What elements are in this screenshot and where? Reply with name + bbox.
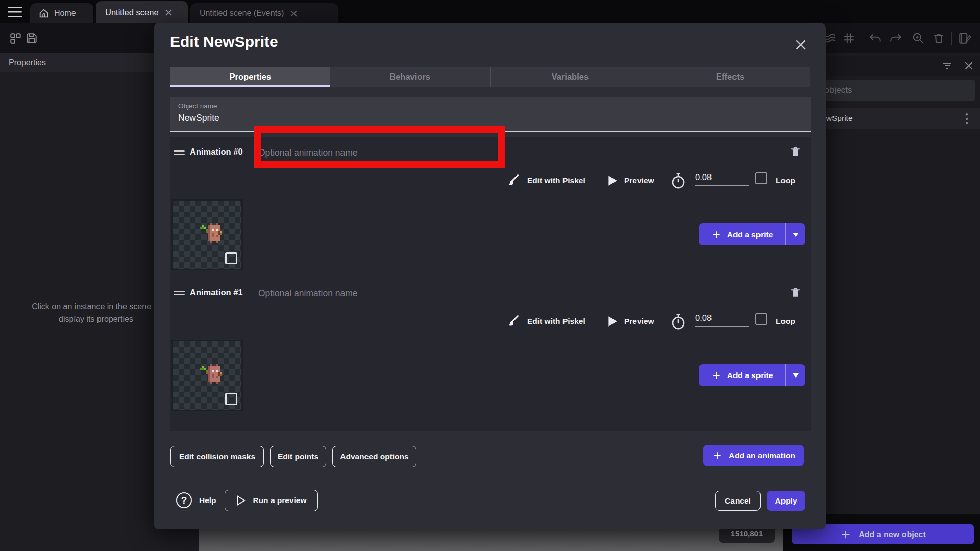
animation-tools-row: Edit with Piskel Preview Loop xyxy=(170,169,811,192)
top-bar: Home Untitled scene Untitled scene (Even… xyxy=(0,0,980,23)
add-sprite-main[interactable]: Add a sprite xyxy=(699,364,785,386)
filter-icon[interactable] xyxy=(942,61,953,71)
time-between-frames-input[interactable] xyxy=(695,313,749,327)
tab-label: Untitled scene (Events) xyxy=(200,9,284,18)
toolbar-separator xyxy=(951,32,952,45)
edit-with-piskel-button[interactable]: Edit with Piskel xyxy=(527,176,585,185)
grid-icon[interactable] xyxy=(842,32,855,45)
help-button[interactable]: Help xyxy=(199,496,216,505)
animation-block-1: Animation #1 Edit with Piskel Preview Lo… xyxy=(170,284,811,425)
panels-icon[interactable] xyxy=(9,32,22,45)
sprite-thumbnail-image xyxy=(200,364,226,388)
add-sprite-button[interactable]: Add a sprite xyxy=(699,364,805,386)
sprite-frame-thumbnail[interactable] xyxy=(172,199,243,270)
preview-button[interactable]: Preview xyxy=(624,176,654,185)
drag-handle-icon[interactable] xyxy=(174,291,185,296)
delete-animation-icon[interactable] xyxy=(789,145,802,159)
plus-icon xyxy=(711,230,721,240)
edit-collision-masks-button[interactable]: Edit collision masks xyxy=(170,446,264,467)
tab-label: Untitled scene xyxy=(105,8,159,17)
hamburger-menu-icon[interactable] xyxy=(8,7,23,18)
tab-untitled-scene-events[interactable]: Untitled scene (Events) xyxy=(190,3,338,23)
zoom-in-icon[interactable] xyxy=(912,32,925,45)
stopwatch-icon xyxy=(670,313,687,331)
animations-list: Animation #0 Edit with Piskel Preview Lo… xyxy=(170,137,811,431)
animation-label: Animation #0 xyxy=(190,147,243,157)
play-icon xyxy=(607,174,618,187)
animation-name-input[interactable] xyxy=(258,285,775,303)
scene-edit-icon[interactable] xyxy=(958,32,972,45)
play-outline-icon xyxy=(236,495,246,506)
dialog-title: Edit NewSprite xyxy=(170,33,278,51)
close-icon[interactable] xyxy=(165,9,173,16)
loop-checkbox[interactable] xyxy=(755,172,767,184)
time-between-frames-input[interactable] xyxy=(695,172,749,186)
preview-button[interactable]: Preview xyxy=(624,317,654,326)
home-tab[interactable]: Home xyxy=(30,3,93,23)
toolbar-separator xyxy=(863,32,863,45)
add-an-animation-label: Add an animation xyxy=(729,451,795,460)
edit-points-button[interactable]: Edit points xyxy=(270,446,326,467)
tab-untitled-scene[interactable]: Untitled scene xyxy=(96,1,188,23)
delete-animation-icon[interactable] xyxy=(789,286,802,299)
animation-label: Animation #1 xyxy=(190,288,243,297)
add-sprite-label: Add a sprite xyxy=(727,230,773,239)
brush-icon xyxy=(505,314,520,329)
plus-icon xyxy=(840,529,851,540)
tab-effects[interactable]: Effects xyxy=(650,67,810,87)
chevron-down-icon xyxy=(792,232,800,238)
add-sprite-label: Add a sprite xyxy=(727,371,773,380)
close-icon[interactable] xyxy=(964,61,974,71)
red-highlight-annotation xyxy=(254,126,505,168)
close-icon[interactable] xyxy=(290,10,298,17)
trash-icon[interactable] xyxy=(932,32,945,45)
run-a-preview-label: Run a preview xyxy=(253,496,306,505)
chevron-down-icon xyxy=(792,372,800,379)
add-an-animation-button[interactable]: Add an animation xyxy=(703,445,804,466)
edit-sprite-dialog: Edit NewSprite Properties Behaviors Vari… xyxy=(154,23,826,529)
play-icon xyxy=(607,315,618,328)
help-icon[interactable]: ? xyxy=(176,492,192,508)
loop-label: Loop xyxy=(776,317,795,326)
sprite-thumbnail-image xyxy=(200,223,226,247)
close-icon[interactable] xyxy=(794,38,807,52)
home-icon xyxy=(38,8,50,19)
add-sprite-dropdown[interactable] xyxy=(785,223,805,245)
redo-icon[interactable] xyxy=(888,32,903,45)
edit-with-piskel-button[interactable]: Edit with Piskel xyxy=(527,317,585,326)
frame-select-checkbox[interactable] xyxy=(225,393,237,405)
more-vert-icon[interactable] xyxy=(965,113,969,125)
save-icon[interactable] xyxy=(25,32,38,45)
plus-icon xyxy=(711,370,721,381)
run-a-preview-button[interactable]: Run a preview xyxy=(225,490,318,511)
tab-properties[interactable]: Properties xyxy=(170,67,330,87)
add-sprite-dropdown[interactable] xyxy=(785,364,805,386)
dialog-tab-bar: Properties Behaviors Variables Effects xyxy=(170,67,810,87)
add-sprite-button[interactable]: Add a sprite xyxy=(699,223,805,245)
animation-tools-row: Edit with Piskel Preview Loop xyxy=(170,310,811,333)
drag-handle-icon[interactable] xyxy=(174,150,185,155)
add-new-object-label: Add a new object xyxy=(859,530,926,539)
home-tab-label: Home xyxy=(54,9,76,18)
cancel-button[interactable]: Cancel xyxy=(715,491,761,511)
plus-icon xyxy=(712,450,722,461)
sprite-frame-thumbnail[interactable] xyxy=(172,340,243,411)
frame-select-checkbox[interactable] xyxy=(225,252,237,264)
stopwatch-icon xyxy=(670,172,687,190)
object-name-field-label: Object name xyxy=(178,102,217,110)
undo-icon[interactable] xyxy=(868,32,883,45)
loop-checkbox[interactable] xyxy=(755,313,767,325)
tab-behaviors[interactable]: Behaviors xyxy=(330,67,490,87)
tab-variables[interactable]: Variables xyxy=(490,67,650,87)
advanced-options-button[interactable]: Advanced options xyxy=(332,446,416,467)
brush-icon xyxy=(505,173,520,188)
apply-button[interactable]: Apply xyxy=(767,491,805,511)
add-sprite-main[interactable]: Add a sprite xyxy=(699,223,785,245)
loop-label: Loop xyxy=(776,176,795,185)
object-name-input[interactable] xyxy=(178,113,484,123)
